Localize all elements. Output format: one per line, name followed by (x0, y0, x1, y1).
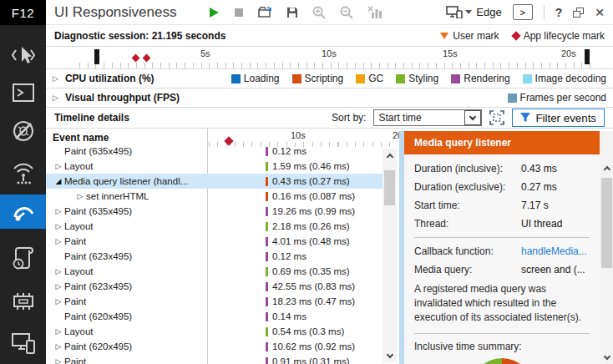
details-panel-scrollbar[interactable] (600, 131, 613, 364)
event-details-title: Media query listener (404, 131, 600, 154)
tree-toggle-icon[interactable]: ◢ (53, 177, 64, 185)
duration-bar (266, 312, 268, 321)
event-name: set innerHTML (86, 191, 149, 201)
target-device-button[interactable]: Edge (446, 6, 501, 18)
event-table-scrollbar[interactable] (382, 149, 397, 362)
title-bar: UI Responsiveness (46, 0, 613, 25)
visual-throughput-label: Visual throughput (FPS) (65, 92, 180, 104)
duration-value: 0.16 ms (0.087 ms) (272, 191, 355, 201)
tree-toggle-icon[interactable]: ▷ (53, 282, 64, 291)
event-row[interactable]: Paint (635x495)0.12 ms (46, 147, 382, 159)
event-row[interactable]: Paint (620x495)0.14 ms (46, 309, 382, 324)
tree-toggle-icon[interactable]: ▷ (53, 267, 64, 276)
sidebar-item-dom-explorer[interactable] (0, 38, 46, 73)
scroll-down-button[interactable] (600, 351, 613, 364)
zoom-in-icon (312, 6, 326, 19)
event-table: Event name 10s 20s Paint (635x495)0.12 m… (46, 129, 399, 364)
detail-field-label: Media query: (414, 264, 472, 276)
event-row[interactable]: ▷Layout0.69 ms (0.35 ms) (46, 264, 382, 279)
stop-profiling-button[interactable] (234, 8, 244, 18)
zoom-in-button[interactable] (312, 6, 326, 19)
legend-swatch (451, 74, 460, 83)
sort-by-select[interactable]: Start time (373, 109, 482, 126)
expand-chevron-icon[interactable]: ▷ (53, 74, 58, 83)
selection-end-marker[interactable] (585, 49, 590, 64)
legend-label: Loading (244, 73, 280, 84)
overview-timeline-ruler[interactable]: 5s 10s 15s 20s (46, 47, 613, 69)
tree-toggle-icon[interactable]: ▷ (74, 192, 86, 200)
duration-value: 10.62 ms (0.92 ms) (272, 341, 355, 351)
event-row[interactable]: ▷Paint (635x495)19.26 ms (0.99 ms) (46, 204, 382, 219)
ruler-tick-label: 15s (443, 48, 458, 58)
scroll-up-button[interactable] (382, 149, 397, 162)
sidebar-item-profiler[interactable] (0, 237, 46, 277)
lifecycle-event-diamond (132, 54, 140, 63)
tree-toggle-icon[interactable]: ▷ (53, 222, 64, 230)
select-dropdown-button[interactable] (464, 110, 481, 125)
sidebar-item-debugger[interactable] (0, 114, 46, 149)
sidebar-item-console[interactable] (0, 77, 46, 109)
scroll-up-button[interactable] (600, 161, 613, 174)
sidebar-item-emulation[interactable] (0, 324, 46, 362)
close-button[interactable]: ✕ (595, 6, 605, 19)
event-row[interactable]: Paint (623x495)0.12 ms (46, 249, 382, 264)
tree-toggle-icon[interactable]: ▷ (53, 357, 64, 364)
tree-toggle-icon[interactable]: ▷ (53, 297, 64, 306)
tree-toggle-icon[interactable]: ▷ (53, 342, 64, 351)
import-session-button[interactable] (258, 6, 272, 18)
filter-events-button[interactable]: Filter events (512, 109, 605, 127)
event-row[interactable]: ◢Media query listener (handl...0.43 ms (… (46, 174, 382, 189)
event-row[interactable]: ▷Paint (620x495)10.62 ms (0.92 ms) (46, 339, 382, 354)
network-wifi-icon (11, 159, 36, 185)
event-name-column-header[interactable]: Event name (53, 132, 109, 144)
event-row[interactable]: ▷Layout1.59 ms (0.46 ms) (46, 159, 382, 174)
restore-window-button[interactable] (573, 8, 584, 18)
zoom-out-button[interactable] (340, 6, 353, 19)
tool-sidebar: F12 (0, 0, 46, 364)
scroll-down-button[interactable] (382, 349, 397, 362)
play-icon (208, 7, 220, 18)
tree-toggle-icon[interactable]: ▷ (53, 237, 64, 245)
sidebar-item-memory[interactable] (0, 284, 46, 319)
help-button[interactable]: ? (555, 6, 563, 19)
profiler-icon (11, 244, 36, 270)
fps-legend: Frames per second (508, 92, 606, 104)
duration-value: 0.69 ms (0.35 ms) (272, 266, 350, 276)
expand-chevron-icon[interactable]: ▷ (53, 94, 58, 102)
selection-start-marker[interactable] (94, 49, 99, 64)
legend-swatch (292, 74, 301, 83)
scrollbar-thumb[interactable] (601, 178, 612, 268)
legend-label: Image decoding (535, 73, 606, 84)
event-row[interactable]: ▷Paint18.23 ms (0.47 ms) (46, 294, 382, 309)
inclusive-time-summary-label: Inclusive time summary: (414, 341, 590, 352)
tree-toggle-icon[interactable]: ▷ (53, 207, 64, 215)
duration-bar (266, 192, 268, 201)
console-panel-toggle-button[interactable]: > (513, 4, 533, 20)
detail-field-value: 0.43 ms (521, 163, 557, 174)
sidebar-item-ui-responsiveness[interactable] (0, 195, 46, 229)
clear-chart-button[interactable] (367, 6, 382, 18)
event-name: Layout (64, 326, 94, 336)
ui-responsiveness-gauge-icon (10, 200, 37, 224)
event-name: Layout (64, 161, 94, 171)
event-row[interactable]: ▷Layout0.54 ms (0.3 ms) (46, 324, 382, 339)
sidebar-item-network[interactable] (0, 152, 46, 192)
detail-ruler-tick-label: 10s (291, 130, 306, 140)
page-title: UI Responsiveness (54, 4, 176, 21)
detail-field: Thread:UI thread (404, 215, 600, 233)
scrollbar-thumb[interactable] (384, 170, 395, 205)
event-row[interactable]: ▷Layout2.18 ms (0.26 ms) (46, 219, 382, 234)
group-events-button[interactable] (489, 110, 504, 125)
detail-field-label: Start time: (414, 200, 460, 211)
event-row[interactable]: ▷Paint4.01 ms (0.48 ms) (46, 234, 382, 249)
legend-swatch (356, 74, 365, 83)
save-session-button[interactable] (286, 7, 298, 18)
start-profiling-button[interactable] (208, 7, 220, 18)
tree-toggle-icon[interactable]: ▷ (53, 327, 64, 336)
duration-bar (266, 327, 268, 336)
event-row[interactable]: ▷Paint (623x495)42.55 ms (0.83 ms) (46, 279, 382, 294)
detail-field-link[interactable]: handleMedia... (521, 245, 587, 257)
tree-toggle-icon[interactable]: ▷ (53, 162, 64, 170)
event-row[interactable]: ▷set innerHTML0.16 ms (0.087 ms) (46, 189, 382, 204)
event-row[interactable]: ▷Paint0.91 ms (0.31 ms) (46, 354, 382, 364)
